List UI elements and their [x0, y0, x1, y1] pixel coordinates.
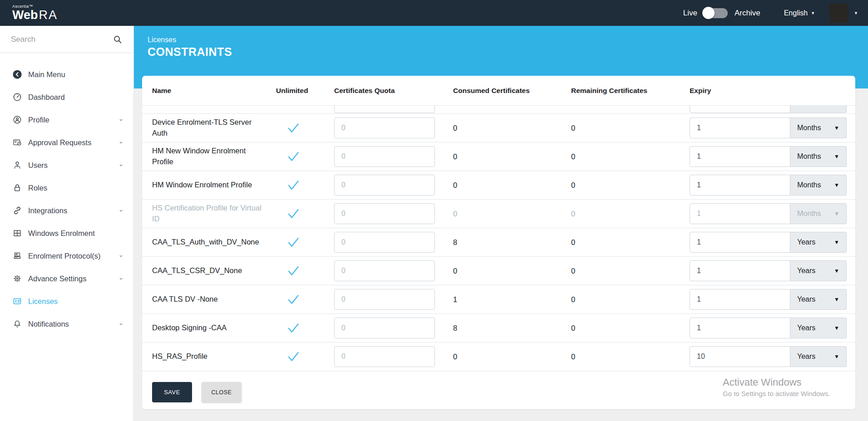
toggle-knob[interactable] [702, 7, 715, 19]
remaining-certificates-value: 0 [571, 210, 690, 218]
expiry-value-input[interactable] [690, 289, 790, 310]
check-icon [286, 292, 301, 307]
certificates-quota-input[interactable] [334, 117, 435, 138]
expiry-value-input[interactable] [690, 117, 790, 138]
live-archive-toggle[interactable] [703, 8, 728, 18]
expiry-unit-dropdown[interactable]: Months ▼ [790, 146, 847, 167]
expiry-unit-dropdown[interactable]: Years ▼ [790, 318, 847, 338]
col-header-remaining-certificates: Remaining Certificates [571, 87, 690, 95]
expiry-cell: Years ▼ [690, 289, 847, 310]
profile-icon [12, 115, 22, 125]
table-row: HM Window Enrolment Profile 0 0 Months ▼ [142, 171, 855, 200]
table-row: Desktop Signing -CAA 8 0 Years ▼ [142, 314, 855, 343]
col-header-expiry: Expiry [690, 87, 845, 95]
certificates-quota-input[interactable] [334, 232, 435, 253]
sidebar-item-licenses[interactable]: Licenses › [0, 290, 133, 313]
sidebar-item-integrations[interactable]: Integrations › [0, 199, 133, 222]
expiry-group: Years ▼ [690, 318, 847, 338]
expiry-cell: Months ▼ [690, 117, 847, 138]
certificates-quota-input[interactable] [334, 175, 435, 196]
expiry-unit-dropdown[interactable] [790, 106, 847, 113]
expiry-unit-dropdown[interactable]: Months ▼ [790, 203, 847, 224]
expiry-unit-dropdown[interactable]: Years ▼ [790, 289, 847, 310]
main-area: Licenses CONSTRAINTS Name Unlimited Cert… [134, 26, 868, 421]
table-row: HS_RAS_Profile 0 0 Years ▼ [142, 343, 855, 371]
sidebar-item-dashboard[interactable]: Dashboard › [0, 86, 133, 108]
user-menu-chevron-down-icon[interactable]: ▼ [854, 11, 858, 15]
expiry-unit-dropdown[interactable]: Months ▼ [790, 117, 847, 138]
expiry-unit-dropdown[interactable]: Years ▼ [790, 346, 847, 367]
link-icon [12, 206, 22, 215]
lock-icon [12, 183, 22, 193]
certificates-quota-input[interactable] [334, 346, 435, 367]
expiry-value-input[interactable] [690, 203, 790, 224]
expiry-value-input[interactable] [690, 318, 790, 338]
save-button[interactable]: SAVE [152, 382, 192, 402]
chevron-down-icon: ▼ [834, 268, 839, 274]
constraints-card: Name Unlimited Certificates Quota Consum… [142, 76, 855, 409]
profile-name: HM Window Enrolment Profile [152, 180, 276, 191]
quota-cell [334, 175, 453, 196]
live-label: Live [683, 9, 697, 18]
expiry-unit-label: Years [797, 238, 815, 246]
certificates-quota-input[interactable] [334, 318, 435, 338]
sidebar-menu: Main Menu › Dashboard › Profile › Approv… [0, 53, 133, 335]
col-header-name: Name [152, 87, 276, 95]
unlimited-cell [276, 149, 334, 164]
certificates-quota-input[interactable] [334, 203, 435, 224]
search-input[interactable] [11, 35, 113, 44]
expiry-value-input[interactable] [690, 146, 790, 167]
chevron-down-icon: ▼ [811, 11, 815, 15]
expiry-value-input[interactable] [690, 260, 790, 281]
check-icon [286, 321, 301, 335]
expiry-unit-label: Months [797, 210, 821, 218]
expiry-group [690, 106, 847, 113]
consumed-certificates-value: 0 [453, 152, 571, 161]
expiry-value-input[interactable] [690, 232, 790, 253]
sidebar-item-advance-settings[interactable]: Advance Settings › [0, 267, 133, 290]
expiry-value-input[interactable] [690, 346, 790, 367]
close-button[interactable]: CLOSE [202, 382, 242, 402]
table-header-row: Name Unlimited Certificates Quota Consum… [142, 76, 855, 106]
check-icon [286, 206, 301, 221]
sidebar-item-users[interactable]: Users › [0, 154, 133, 176]
topbar: Ascertia™ WebRA Live Archive English ▼ ▼ [0, 0, 868, 26]
sidebar-item-approval-requests[interactable]: Approval Requests › [0, 131, 133, 154]
sidebar-item-roles[interactable]: Roles › [0, 176, 133, 199]
table-row: CAA_TLS_CSR_DV_None 0 0 Years ▼ [142, 257, 855, 285]
sidebar-item-profile[interactable]: Profile › [0, 108, 133, 131]
certificates-quota-input[interactable] [334, 289, 435, 310]
bell-icon [12, 319, 22, 329]
chevron-down-icon: ▼ [834, 325, 839, 331]
consumed-certificates-value: 8 [453, 324, 571, 333]
sidebar-item-main-menu[interactable]: Main Menu › [0, 63, 133, 86]
sidebar-item-enrolment-protocols[interactable]: Enrolment Protocol(s) › [0, 245, 133, 267]
quota-cell [334, 346, 453, 367]
sidebar-item-label: Enrolment Protocol(s) [28, 252, 101, 260]
language-dropdown[interactable]: English ▼ [784, 9, 815, 17]
id-card-icon [12, 296, 22, 306]
remaining-certificates-value: 0 [571, 352, 690, 361]
quota-cell [334, 232, 453, 253]
remaining-certificates-value: 0 [571, 124, 690, 132]
expiry-unit-dropdown[interactable]: Years ▼ [790, 232, 847, 253]
certificates-quota-input[interactable] [334, 260, 435, 281]
col-header-unlimited: Unlimited [276, 87, 334, 95]
expiry-value-input[interactable] [690, 175, 790, 196]
sidebar-item-windows-enrolment[interactable]: Windows Enrolment › [0, 222, 133, 245]
certificates-quota-input[interactable] [334, 146, 435, 167]
expiry-group: Months ▼ [690, 175, 847, 196]
expiry-unit-dropdown[interactable]: Months ▼ [790, 175, 847, 196]
table-body: Device Enrolment-TLS Server Auth 0 0 Mon… [142, 114, 855, 371]
sidebar: Main Menu › Dashboard › Profile › Approv… [0, 26, 134, 421]
sidebar-item-notifications[interactable]: Notifications › [0, 313, 133, 335]
expiry-unit-label: Months [797, 152, 821, 161]
expiry-unit-dropdown[interactable]: Years ▼ [790, 260, 847, 281]
sidebar-item-label: Profile [28, 116, 49, 124]
certificates-quota-input[interactable] [334, 106, 435, 113]
sidebar-item-label: Roles [28, 184, 47, 192]
expiry-group: Years ▼ [690, 346, 847, 367]
avatar[interactable] [829, 4, 848, 23]
expiry-value-input[interactable] [690, 106, 790, 113]
search-icon[interactable] [113, 34, 123, 44]
